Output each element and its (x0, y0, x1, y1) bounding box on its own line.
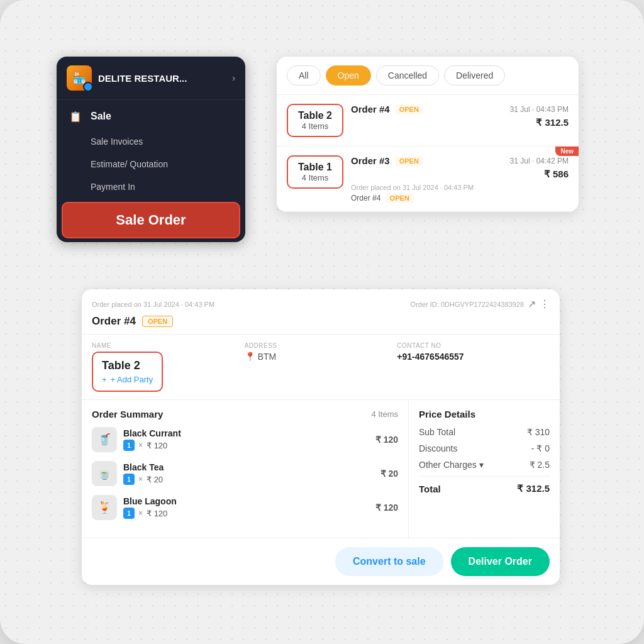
filter-tab-open[interactable]: Open (326, 65, 371, 86)
discounts-label: Discounts (419, 443, 457, 453)
filter-tab-all[interactable]: All (287, 65, 321, 86)
order-4-table: Table 2 (296, 110, 335, 121)
more-icon[interactable]: ⋮ (540, 298, 550, 310)
order-3-items: 4 Items (296, 173, 335, 182)
other-charges-value: ₹ 2.5 (530, 460, 550, 470)
order-summary-title: Order Summary 4 Items (92, 409, 398, 419)
app-title: DELITE RESTAUR... (98, 73, 232, 84)
sub-total-label: Sub Total (419, 427, 455, 437)
order-3-amount: ₹ 586 (351, 169, 569, 180)
main-container: 🏪 DELITE RESTAUR... › 📋 Sale Sale Invoic… (0, 0, 644, 644)
table-name-text: Table 2 (102, 359, 153, 372)
order-badge-4: Table 2 4 Items (287, 104, 343, 137)
sidebar-section-label: Sale (91, 111, 111, 122)
order-4-info-top: Order #4 OPEN 31 Jul · 04:43 PM (351, 104, 569, 114)
item-name-2: Black Tea (123, 462, 374, 472)
item-details-3: Blue Lagoon 1 × ₹ 120 (123, 496, 369, 519)
order-list-panel: All Open Cancelled Delivered Table 2 4 I… (277, 57, 579, 212)
item-name-1: Black Currant (123, 428, 369, 438)
order-3-placed: Order placed on 31 Jul 2024 · 04:43 PM (351, 184, 569, 191)
order-4-items: 4 Items (296, 121, 335, 131)
add-party-button[interactable]: + + Add Party (102, 375, 153, 384)
item-details-2: Black Tea 1 × ₹ 20 (123, 462, 374, 485)
items-count: 4 Items (371, 409, 398, 419)
total-value: ₹ 312.5 (517, 483, 550, 494)
detail-order-row: Order #4 OPEN (92, 315, 550, 328)
item-total-3: ₹ 120 (375, 502, 398, 513)
item-total-1: ₹ 120 (375, 435, 398, 445)
order-3-status: OPEN (395, 156, 423, 166)
order-4-number: Order #4 (351, 104, 390, 114)
order-3-table: Table 1 (296, 162, 335, 173)
item-unit-price-1: ₹ 120 (147, 441, 167, 450)
filter-tab-delivered[interactable]: Delivered (444, 65, 505, 86)
address-value: 📍 BTM (245, 352, 397, 362)
other-charges-label[interactable]: Other Charges ▾ (419, 460, 484, 470)
sub-total-row: Sub Total ₹ 310 (419, 427, 550, 437)
discounts-value: - ₹ 0 (531, 443, 550, 453)
order-summary-col: Order Summary 4 Items 🥤 Black Currant 1 … (82, 400, 409, 538)
item-thumb-3: 🍹 (92, 495, 117, 520)
sidebar-item-sale-invoices[interactable]: Sale Invoices (57, 130, 245, 153)
sidebar-header: 🏪 DELITE RESTAUR... › (57, 57, 245, 100)
item-thumb-2: 🍵 (92, 461, 117, 486)
share-icon[interactable]: ↗ (528, 298, 536, 310)
location-icon: 📍 (245, 352, 255, 362)
qty-badge-2: 1 (123, 474, 135, 485)
deliver-order-button[interactable]: Deliver Order (451, 547, 550, 576)
price-details-title: Price Details (419, 409, 550, 419)
order-item-black-tea: 🍵 Black Tea 1 × ₹ 20 ₹ 20 (92, 461, 398, 486)
new-badge: New (555, 147, 579, 156)
order-4-status: OPEN (395, 104, 423, 114)
price-details-col: Price Details Sub Total ₹ 310 Discounts … (409, 400, 560, 538)
other-charges-row: Other Charges ▾ ₹ 2.5 (419, 460, 550, 470)
order-item-3[interactable]: New Table 1 4 Items Order #3 OPEN 31 Jul… (277, 147, 579, 212)
plus-icon: + (102, 375, 107, 384)
sidebar-panel: 🏪 DELITE RESTAUR... › 📋 Sale Sale Invoic… (57, 57, 245, 242)
order-3-mini: Order #4 OPEN (351, 194, 569, 203)
detail-address-col: ADDRESS 📍 BTM (245, 342, 397, 392)
qty-badge-1: 1 (123, 440, 135, 451)
sidebar-arrow-icon: › (232, 73, 235, 83)
detail-footer: Convert to sale Deliver Order (82, 538, 560, 585)
item-name-3: Blue Lagoon (123, 496, 369, 506)
detail-contact-col: CONTACT NO +91-4676546557 (397, 342, 550, 392)
order-3-mini-status: OPEN (386, 193, 414, 203)
convert-to-sale-button[interactable]: Convert to sale (335, 547, 443, 576)
sidebar-item-payment-in[interactable]: Payment In (57, 175, 245, 198)
order-4-amount: ₹ 312.5 (351, 117, 569, 128)
order-3-date: 31 Jul · 04:42 PM (510, 157, 569, 165)
item-qty-price-3: 1 × ₹ 120 (123, 508, 369, 519)
filter-tab-cancelled[interactable]: Cancelled (376, 65, 439, 86)
app-logo: 🏪 (67, 65, 92, 91)
detail-contact-row: NAME Table 2 + + Add Party ADDRESS 📍 BTM (82, 335, 560, 400)
order-3-info: Order #3 OPEN 31 Jul · 04:42 PM ₹ 586 Or… (351, 155, 569, 203)
contact-label: CONTACT NO (397, 342, 550, 349)
detail-placed-text: Order placed on 31 Jul 2024 · 04:43 PM (92, 301, 214, 308)
qty-badge-3: 1 (123, 508, 135, 519)
order-3-info-top: Order #3 OPEN 31 Jul · 04:42 PM (351, 155, 569, 166)
item-unit-price-2: ₹ 20 (147, 475, 163, 484)
item-unit-price-3: ₹ 120 (147, 509, 167, 518)
detail-order-id: Order ID: 0DHGVYP1722424383928 ↗ ⋮ (411, 298, 550, 310)
table-name-box: Table 2 + + Add Party (92, 352, 163, 392)
order-badge-3: Table 1 4 Items (287, 155, 343, 189)
detail-meta-row: Order placed on 31 Jul 2024 · 04:43 PM O… (92, 298, 550, 310)
total-label: Total (419, 484, 441, 494)
sidebar-item-estimate[interactable]: Estimate/ Quotation (57, 153, 245, 175)
filter-tabs-bar: All Open Cancelled Delivered (277, 57, 579, 95)
name-label: NAME (92, 342, 245, 349)
order-item-4[interactable]: Table 2 4 Items Order #4 OPEN 31 Jul · 0… (277, 95, 579, 147)
detail-header: Order placed on 31 Jul 2024 · 04:43 PM O… (82, 289, 560, 335)
detail-body: Order Summary 4 Items 🥤 Black Currant 1 … (82, 400, 560, 538)
order-item-blue-lagoon: 🍹 Blue Lagoon 1 × ₹ 120 ₹ 120 (92, 495, 398, 520)
discounts-row: Discounts - ₹ 0 (419, 443, 550, 453)
order-4-date: 31 Jul · 04:43 PM (510, 105, 569, 114)
item-qty-price-1: 1 × ₹ 120 (123, 440, 369, 451)
detail-name-col: NAME Table 2 + + Add Party (92, 342, 245, 392)
detail-status-badge: OPEN (142, 316, 173, 327)
item-thumb-1: 🥤 (92, 427, 117, 452)
sale-icon: 📋 (67, 108, 84, 125)
sidebar-item-sale-order[interactable]: Sale Order (62, 202, 240, 238)
address-label: ADDRESS (245, 342, 397, 349)
